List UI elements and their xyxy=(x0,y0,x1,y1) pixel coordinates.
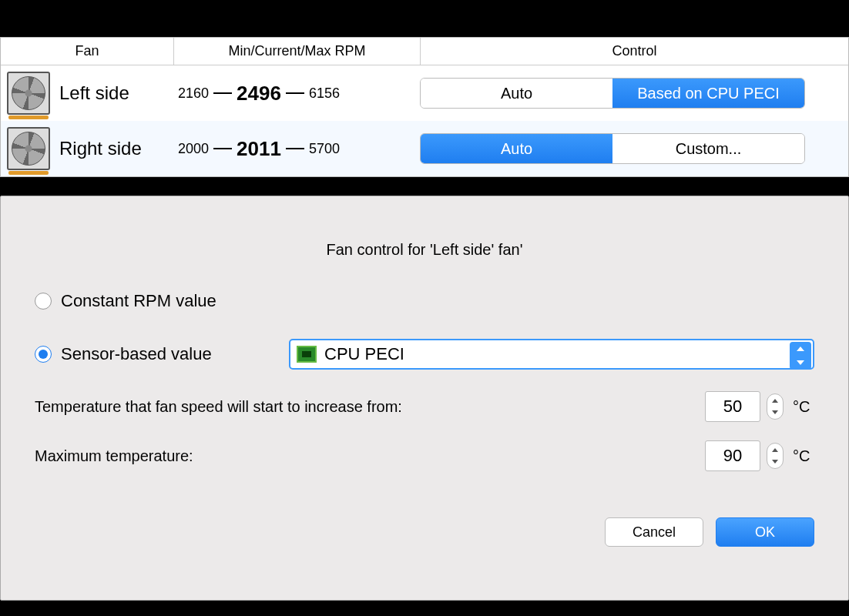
table-header: Fan Min/Current/Max RPM Control xyxy=(1,38,848,65)
control-segmented: Auto Based on CPU PECI xyxy=(420,78,805,109)
rpm-max: 5700 xyxy=(309,141,340,157)
table-row: Right side 2000 2011 5700 Auto Custom... xyxy=(1,121,848,176)
control-custom-button[interactable]: Custom... xyxy=(612,134,804,163)
radio-label: Sensor-based value xyxy=(61,344,212,364)
control-segmented: Auto Custom... xyxy=(420,133,805,164)
temp-max-input[interactable] xyxy=(705,440,760,471)
radio-constant-rpm[interactable]: Constant RPM value xyxy=(35,291,814,311)
cpu-chip-icon xyxy=(297,346,317,363)
fan-icon xyxy=(7,72,50,115)
fan-table: Fan Min/Current/Max RPM Control Left sid… xyxy=(0,37,849,177)
rpm-current: 2496 xyxy=(237,82,281,105)
dash-icon xyxy=(213,148,232,149)
rpm-min: 2000 xyxy=(178,141,209,157)
fan-name: Right side xyxy=(59,138,173,159)
cancel-button[interactable]: Cancel xyxy=(605,517,703,547)
control-sensor-button[interactable]: Based on CPU PECI xyxy=(612,79,804,108)
rpm-min: 2160 xyxy=(178,85,209,102)
unit-label: °C xyxy=(793,398,814,416)
radio-icon[interactable] xyxy=(35,293,52,310)
rpm-cell: 2000 2011 5700 xyxy=(173,137,420,161)
rpm-cell: 2160 2496 6156 xyxy=(173,82,420,105)
header-fan: Fan xyxy=(1,38,174,65)
fan-control-dialog: Fan control for 'Left side' fan' Constan… xyxy=(0,196,849,601)
header-control: Control xyxy=(421,43,848,59)
dash-icon xyxy=(286,148,304,149)
header-rpm: Min/Current/Max RPM xyxy=(174,38,421,65)
rpm-current: 2011 xyxy=(237,137,281,161)
table-row: Left side 2160 2496 6156 Auto Based on C… xyxy=(1,65,848,121)
radio-sensor-based[interactable]: Sensor-based value xyxy=(35,344,289,364)
radio-icon[interactable] xyxy=(35,346,52,363)
dash-icon xyxy=(213,92,232,94)
unit-label: °C xyxy=(793,447,814,465)
stepper-icon[interactable] xyxy=(767,443,784,469)
fan-icon xyxy=(7,127,50,170)
stepper-icon[interactable] xyxy=(767,393,784,420)
temp-start-label: Temperature that fan speed will start to… xyxy=(35,397,705,417)
dropdown-stepper-icon[interactable] xyxy=(790,342,811,370)
sensor-select[interactable]: CPU PECI xyxy=(289,339,814,370)
control-auto-button[interactable]: Auto xyxy=(421,79,612,108)
sensor-selected-label: CPU PECI xyxy=(324,344,404,364)
control-auto-button[interactable]: Auto xyxy=(421,134,612,163)
rpm-max: 6156 xyxy=(309,85,340,102)
fan-name: Left side xyxy=(59,82,173,104)
ok-button[interactable]: OK xyxy=(716,517,814,547)
temp-start-input[interactable] xyxy=(705,391,760,422)
temp-max-label: Maximum temperature: xyxy=(35,446,705,466)
dash-icon xyxy=(286,92,304,94)
dialog-title: Fan control for 'Left side' fan' xyxy=(35,241,814,259)
radio-label: Constant RPM value xyxy=(61,291,216,311)
